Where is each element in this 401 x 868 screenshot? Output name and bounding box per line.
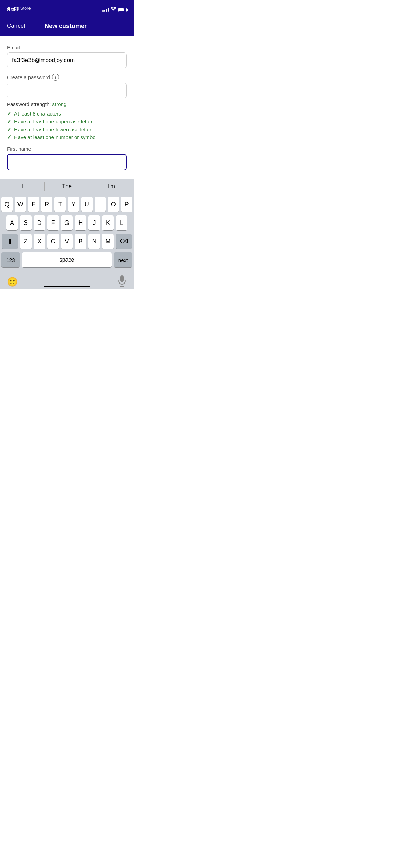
key-h[interactable]: H xyxy=(75,215,86,230)
first-name-label: First name xyxy=(7,146,127,152)
predictive-bar: I The I'm xyxy=(0,179,134,194)
keyboard-row-2: A S D F G H J K L xyxy=(1,215,132,230)
emoji-button[interactable]: 🙂 xyxy=(7,277,18,287)
key-j[interactable]: J xyxy=(88,215,100,230)
wifi-icon xyxy=(111,7,116,12)
key-z[interactable]: Z xyxy=(20,234,32,249)
keyboard-row-4: 123 space next xyxy=(1,252,132,267)
key-m[interactable]: M xyxy=(102,234,114,249)
email-label: Email xyxy=(7,45,127,50)
cancel-button[interactable]: Cancel xyxy=(7,23,25,29)
key-i[interactable]: I xyxy=(95,197,106,212)
check-icon: ✓ xyxy=(7,118,11,125)
req-item: ✓ Have at least one uppercase letter xyxy=(7,118,127,125)
key-e[interactable]: E xyxy=(28,197,39,212)
key-d[interactable]: D xyxy=(34,215,45,230)
key-n[interactable]: N xyxy=(88,234,100,249)
nav-bar: Cancel New customer xyxy=(0,17,134,36)
battery-icon xyxy=(118,8,127,12)
home-indicator xyxy=(44,286,90,287)
check-icon: ✓ xyxy=(7,134,11,141)
password-field-group: Create a password i Password strength: s… xyxy=(7,74,127,141)
password-strength: Password strength: strong xyxy=(7,101,127,107)
key-r[interactable]: R xyxy=(41,197,52,212)
status-icons xyxy=(102,7,127,12)
key-t[interactable]: T xyxy=(54,197,66,212)
key-g[interactable]: G xyxy=(61,215,73,230)
key-b[interactable]: B xyxy=(75,234,86,249)
key-o[interactable]: O xyxy=(108,197,119,212)
key-p[interactable]: P xyxy=(121,197,132,212)
appstore-back: ◀ App Store xyxy=(7,5,31,11)
key-s[interactable]: S xyxy=(20,215,32,230)
keyboard-area: I The I'm Q W E R T Y U I O P A S D F G … xyxy=(0,179,134,289)
delete-key[interactable]: ⌫ xyxy=(116,234,132,249)
mic-icon[interactable] xyxy=(117,275,127,288)
req-item: ✓ Have at least one lowercase letter xyxy=(7,126,127,133)
first-name-input[interactable] xyxy=(7,154,127,170)
password-info-icon[interactable]: i xyxy=(52,74,59,81)
key-x[interactable]: X xyxy=(34,234,45,249)
key-u[interactable]: U xyxy=(81,197,93,212)
check-icon: ✓ xyxy=(7,126,11,133)
check-icon: ✓ xyxy=(7,110,11,117)
form-content: Email Create a password i Password stren… xyxy=(0,36,134,173)
key-c[interactable]: C xyxy=(47,234,59,249)
page-title: New customer xyxy=(45,23,87,30)
keyboard-row-1: Q W E R T Y U I O P xyxy=(1,197,132,212)
req-item: ✓ At least 8 characters xyxy=(7,110,127,117)
key-l[interactable]: L xyxy=(116,215,127,230)
space-key[interactable]: space xyxy=(22,252,112,267)
predictive-item-3[interactable]: I'm xyxy=(89,182,134,191)
key-y[interactable]: Y xyxy=(68,197,79,212)
password-strength-value: strong xyxy=(52,101,67,107)
email-field-group: Email xyxy=(7,45,127,68)
predictive-item-2[interactable]: The xyxy=(45,182,89,191)
req-item: ✓ Have at least one number or symbol xyxy=(7,134,127,141)
email-input[interactable] xyxy=(7,52,127,68)
num-key[interactable]: 123 xyxy=(1,252,20,267)
key-a[interactable]: A xyxy=(6,215,18,230)
keyboard: Q W E R T Y U I O P A S D F G H J K L ⬆ … xyxy=(0,194,134,272)
shift-key[interactable]: ⬆ xyxy=(2,234,18,249)
predictive-item-1[interactable]: I xyxy=(0,182,44,191)
key-q[interactable]: Q xyxy=(1,197,13,212)
key-v[interactable]: V xyxy=(61,234,73,249)
svg-rect-0 xyxy=(120,275,124,282)
keyboard-row-3: ⬆ Z X C V B N M ⌫ xyxy=(1,234,132,249)
signal-bars-icon xyxy=(102,8,109,12)
status-bar: 9:41 ◀ App Store xyxy=(0,0,134,17)
key-f[interactable]: F xyxy=(47,215,59,230)
password-requirements: ✓ At least 8 characters ✓ Have at least … xyxy=(7,110,127,141)
next-key[interactable]: next xyxy=(114,252,132,267)
key-k[interactable]: K xyxy=(102,215,114,230)
first-name-field-group: First name xyxy=(7,146,127,170)
password-input[interactable] xyxy=(7,83,127,98)
password-label: Create a password i xyxy=(7,74,127,81)
key-w[interactable]: W xyxy=(15,197,26,212)
